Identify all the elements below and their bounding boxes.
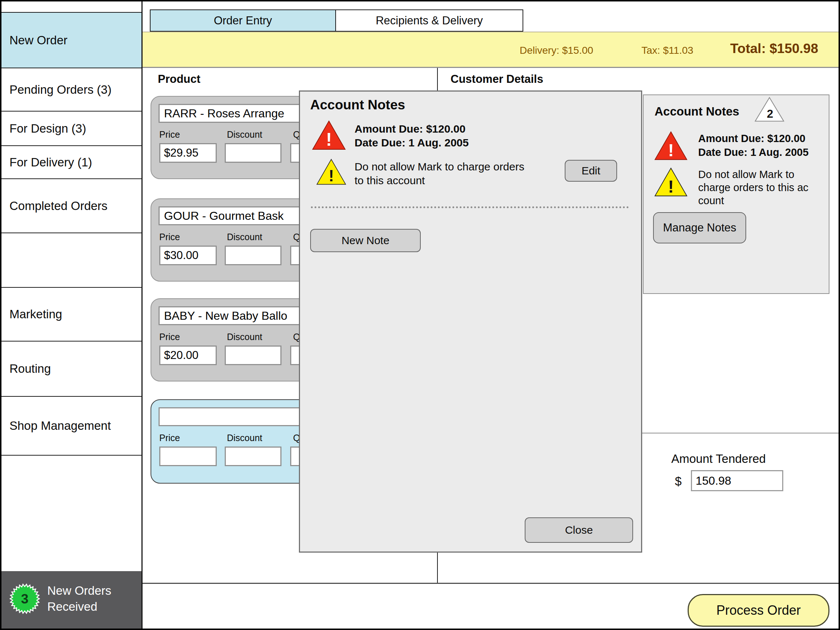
price-input[interactable] (159, 143, 217, 163)
panel-title: Account Notes (655, 105, 739, 118)
price-label: Price (159, 232, 180, 243)
notes-count-badge-icon: 2 (754, 97, 785, 122)
warning-glyph: ! (326, 129, 332, 149)
order-total: Total: $150.98 (730, 41, 818, 56)
discount-label: Discount (227, 129, 262, 140)
button-label: New Note (341, 234, 390, 247)
tab-order-entry[interactable]: Order Entry (150, 9, 336, 32)
discount-label: Discount (227, 332, 262, 342)
price-input[interactable] (159, 246, 217, 265)
red-warning-icon: ! (312, 120, 346, 150)
warning-glyph: ! (668, 140, 674, 160)
sidebar-item-label: For Design (3) (9, 122, 86, 135)
sidebar-item-label: Shop Management (9, 419, 111, 433)
sidebar-item-completed-orders[interactable]: Completed Orders (2, 179, 141, 233)
sidebar-item-for-design[interactable]: For Design (3) (2, 112, 141, 146)
dialog-alert-amount-due: Amount Due: $120.00 Date Due: 1 Aug. 200… (355, 122, 469, 150)
sidebar-item-pending-orders[interactable]: Pending Orders (3) (2, 68, 141, 112)
sidebar-item-label: Pending Orders (3) (9, 83, 112, 97)
sidebar-item-label: New Order (9, 33, 68, 47)
product-column-heading: Product (158, 72, 201, 86)
price-input[interactable] (159, 447, 217, 466)
account-notes-dialog: Account Notes ! Amount Due: $120.00 Date… (299, 90, 642, 553)
sidebar-item-marketing[interactable]: Marketing (2, 288, 141, 342)
sidebar-spacer-middle (2, 233, 141, 288)
tab-label: Order Entry (214, 14, 272, 27)
panel-alert-amount-due: Amount Due: $120.00 Date Due: 1 Aug. 200… (698, 132, 809, 159)
customer-details-heading: Customer Details (450, 72, 543, 86)
order-totals-bar: Delivery: $15.00 Tax: $11.03 Total: $150… (142, 32, 840, 68)
new-orders-label: New Orders Received (47, 583, 111, 615)
sidebar-item-label: Marketing (9, 307, 62, 321)
sidebar-item-label: For Delivery (1) (9, 156, 92, 169)
dialog-title: Account Notes (310, 98, 405, 113)
manage-notes-button[interactable]: Manage Notes (653, 212, 746, 243)
process-order-button[interactable]: Process Order (688, 594, 829, 627)
notes-count: 2 (767, 107, 774, 120)
discount-input[interactable] (225, 447, 281, 466)
button-label: Close (565, 524, 593, 536)
sidebar-item-shop-management[interactable]: Shop Management (2, 397, 141, 455)
red-warning-icon: ! (654, 131, 688, 161)
sidebar-item-label: Completed Orders (9, 199, 107, 213)
new-orders-count-badge: 3 (21, 592, 29, 606)
content-bottom-border (142, 583, 840, 584)
new-note-button[interactable]: New Note (310, 229, 421, 252)
sidebar: New Order Pending Orders (3) For Design … (2, 2, 142, 628)
yellow-warning-icon: ! (654, 167, 688, 197)
dialog-alert-charge-note: Do not allow Mark to charge orders to th… (355, 160, 524, 187)
close-dialog-button[interactable]: Close (525, 517, 633, 543)
sidebar-item-label: Routing (9, 362, 51, 376)
delivery-total: Delivery: $15.00 (519, 45, 593, 56)
price-label: Price (159, 129, 180, 140)
price-label: Price (159, 332, 180, 342)
edit-note-button[interactable]: Edit (565, 160, 617, 182)
discount-label: Discount (227, 232, 262, 243)
tab-label: Recipients & Delivery (376, 14, 483, 27)
discount-input[interactable] (225, 143, 281, 163)
button-label: Manage Notes (663, 221, 736, 234)
panel-alert-charge-note: Do not allow Mark to charge orders to th… (698, 168, 808, 207)
tab-recipients-delivery[interactable]: Recipients & Delivery (335, 9, 523, 32)
price-label: Price (159, 433, 180, 443)
yellow-warning-icon: ! (316, 158, 347, 185)
sidebar-item-for-delivery[interactable]: For Delivery (1) (2, 146, 141, 179)
account-notes-panel: Account Notes 2 ! Amount Due: $120.00 Da… (643, 94, 829, 294)
discount-input[interactable] (225, 246, 281, 265)
discount-label: Discount (227, 433, 262, 443)
sidebar-item-routing[interactable]: Routing (2, 342, 141, 397)
discount-input[interactable] (225, 345, 281, 365)
price-input[interactable] (159, 345, 217, 365)
tax-total: Tax: $11.03 (641, 45, 693, 56)
warning-glyph: ! (329, 167, 334, 184)
button-label: Edit (581, 165, 600, 177)
button-label: Process Order (716, 603, 801, 618)
new-orders-seal-icon: 3 (9, 583, 40, 614)
sidebar-item-new-order[interactable]: New Order (2, 13, 141, 68)
sidebar-spacer-top (2, 2, 141, 13)
new-orders-notification[interactable]: 3 New Orders Received (2, 571, 141, 628)
dotted-divider (311, 206, 629, 208)
pos-window: New Order Pending Orders (3) For Design … (0, 0, 840, 630)
amount-tendered-input[interactable] (691, 470, 783, 491)
currency-symbol: $ (675, 474, 681, 488)
warning-glyph: ! (668, 176, 674, 196)
amount-tendered-label: Amount Tendered (671, 452, 766, 466)
